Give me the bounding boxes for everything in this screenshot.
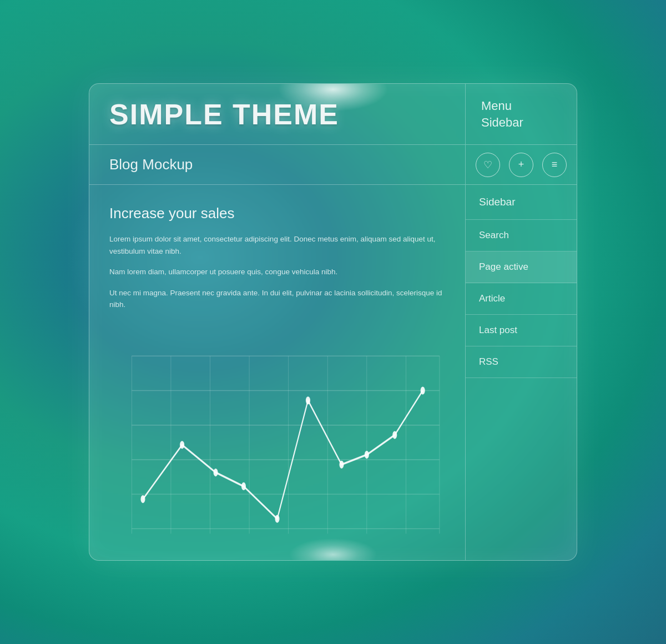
outer-wrapper: SIMPLE THEME Menu Sidebar Blog Mockup ♡ …: [67, 56, 599, 588]
blog-mockup-area: Blog Mockup: [89, 145, 466, 184]
svg-point-22: [365, 451, 369, 459]
plus-icon-button[interactable]: +: [509, 153, 533, 177]
glass-container: SIMPLE THEME Menu Sidebar Blog Mockup ♡ …: [89, 83, 577, 561]
svg-point-23: [392, 431, 397, 439]
svg-point-18: [241, 482, 246, 490]
menu-label: Menu: [481, 99, 512, 113]
menu-icon-button[interactable]: ≡: [542, 153, 567, 177]
sidebar-item-article[interactable]: Article: [466, 283, 577, 315]
sidebar-item-rss[interactable]: RSS: [466, 346, 577, 378]
svg-point-24: [421, 386, 425, 394]
sidebar-item-search[interactable]: Search: [466, 220, 577, 251]
sidebar-area: Sidebar Search Page active Article Last …: [466, 185, 577, 560]
chart-svg: [109, 326, 445, 544]
svg-point-21: [339, 461, 344, 469]
subheader-row: Blog Mockup ♡ + ≡: [89, 145, 577, 185]
blog-mockup-title: Blog Mockup: [109, 156, 193, 173]
chart-area: [109, 326, 445, 544]
svg-point-19: [275, 515, 279, 522]
svg-point-15: [140, 495, 145, 503]
svg-point-16: [180, 441, 184, 449]
sidebar-item-page-active[interactable]: Page active: [466, 251, 577, 283]
header-row: SIMPLE THEME Menu Sidebar: [89, 84, 577, 145]
svg-point-20: [306, 396, 310, 404]
content-heading: Increase your sales: [109, 205, 445, 222]
svg-point-17: [214, 469, 218, 476]
icon-bar: ♡ + ≡: [466, 145, 577, 184]
site-title: SIMPLE THEME: [109, 98, 339, 131]
content-paragraph-2: Nam lorem diam, ullamcorper ut posuere q…: [109, 266, 445, 278]
sidebar-label-header: Sidebar: [481, 115, 523, 130]
heart-icon-button[interactable]: ♡: [476, 153, 500, 177]
header-menu-area: Menu Sidebar: [466, 84, 577, 144]
content-paragraph-3: Ut nec mi magna. Praesent nec gravida an…: [109, 287, 445, 311]
content-paragraph-1: Lorem ipsum dolor sit amet, consectetur …: [109, 233, 445, 257]
main-row: Increase your sales Lorem ipsum dolor si…: [89, 185, 577, 560]
sidebar-title: Sidebar: [466, 185, 577, 220]
content-area: Increase your sales Lorem ipsum dolor si…: [89, 185, 466, 560]
sidebar-item-last-post[interactable]: Last post: [466, 315, 577, 346]
header-title-area: SIMPLE THEME: [89, 84, 466, 144]
